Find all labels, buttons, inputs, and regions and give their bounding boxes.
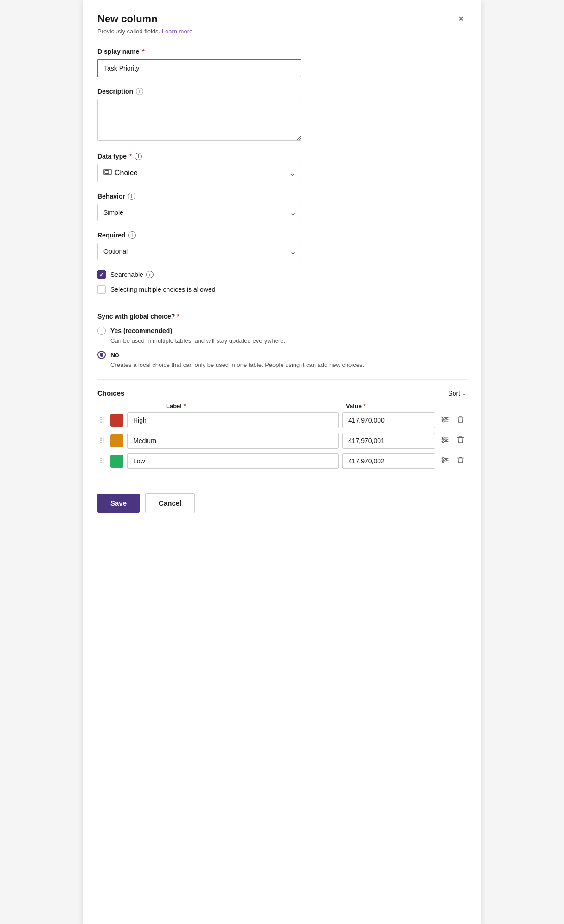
choice-value-input-high[interactable] (342, 412, 435, 428)
svg-point-5 (442, 437, 444, 439)
behavior-info-icon: i (128, 192, 135, 200)
svg-point-8 (442, 458, 444, 460)
description-input[interactable] (97, 99, 301, 141)
data-type-select[interactable]: Choice (97, 164, 301, 182)
panel-title: New column (97, 13, 158, 25)
display-name-section: Display name * (97, 48, 467, 77)
data-type-section: Data type * i Choice (97, 153, 467, 182)
multiple-choices-label: Selecting multiple choices is allowed (110, 286, 215, 293)
choice-label-input-medium[interactable] (127, 433, 339, 449)
panel-subtitle: Previously called fields. Learn more (97, 28, 467, 35)
svg-point-3 (445, 419, 447, 421)
sync-yes-radio[interactable] (97, 327, 106, 335)
searchable-info-icon: i (146, 271, 154, 278)
choice-row-high: ⠿ (97, 412, 467, 428)
sync-yes-option: Yes (recommended) Can be used in multipl… (97, 327, 467, 345)
required-label: Required i (97, 231, 467, 239)
behavior-select[interactable]: Simple Calculated Rollup (97, 204, 301, 221)
tune-button-medium[interactable] (439, 434, 451, 448)
sort-button[interactable]: Sort ⌄ (448, 390, 467, 397)
sync-no-desc: Creates a local choice that can only be … (110, 361, 467, 369)
display-name-required: * (142, 48, 144, 55)
searchable-row: Searchable i (97, 270, 467, 279)
sync-no-label: No (110, 351, 119, 359)
drag-handle-low[interactable]: ⠿ (97, 457, 107, 466)
drag-handle-high[interactable]: ⠿ (97, 416, 107, 425)
drag-handle-medium[interactable]: ⠿ (97, 436, 107, 445)
choice-row-low: ⠿ (97, 453, 467, 469)
data-type-value: Choice (115, 169, 138, 177)
delete-button-medium[interactable] (455, 434, 467, 448)
description-section: Description i (97, 88, 467, 142)
color-swatch-high[interactable] (110, 414, 123, 427)
choices-header: Choices Sort ⌄ (97, 389, 467, 397)
required-select[interactable]: Optional Required (97, 243, 301, 260)
divider-1 (97, 303, 467, 303)
choice-value-input-medium[interactable] (342, 433, 435, 449)
color-swatch-low[interactable] (110, 455, 123, 468)
data-type-label: Data type * i (97, 153, 467, 160)
delete-button-high[interactable] (455, 413, 467, 427)
svg-rect-1 (105, 171, 109, 174)
choices-list: ⠿ (97, 412, 467, 469)
sync-yes-desc: Can be used in multiple tables, and will… (110, 337, 467, 345)
required-select-wrapper: Optional Required (97, 243, 301, 260)
sync-section: Sync with global choice? * Yes (recommen… (97, 313, 467, 369)
sort-label: Sort (448, 390, 460, 397)
data-type-info-icon: i (135, 153, 142, 160)
sort-chevron-icon: ⌄ (462, 390, 467, 397)
footer-buttons: Save Cancel (97, 486, 467, 513)
data-type-chevron (289, 169, 295, 178)
sync-label: Sync with global choice? * (97, 313, 467, 320)
display-name-input[interactable] (97, 59, 301, 77)
panel-header: New column × (97, 13, 467, 25)
learn-more-link[interactable]: Learn more (162, 28, 192, 35)
choice-label-input-low[interactable] (127, 453, 339, 469)
col-label-header: Label * (166, 403, 342, 410)
choice-label-input-high[interactable] (127, 412, 339, 428)
save-button[interactable]: Save (97, 494, 140, 513)
tune-button-low[interactable] (439, 454, 451, 468)
searchable-checkbox[interactable] (97, 270, 106, 279)
sync-no-option: No Creates a local choice that can only … (97, 351, 467, 369)
choice-value-input-low[interactable] (342, 453, 435, 469)
svg-point-6 (445, 439, 447, 441)
data-type-required: * (129, 153, 132, 160)
delete-button-low[interactable] (455, 454, 467, 468)
searchable-label: Searchable i (110, 271, 154, 278)
multiple-choices-checkbox[interactable] (97, 285, 106, 294)
description-info-icon: i (136, 88, 143, 95)
choices-col-headers: Label * Value * (97, 403, 467, 412)
value-required: * (364, 403, 366, 410)
sync-required: * (177, 313, 179, 320)
divider-2 (97, 379, 467, 380)
display-name-label: Display name * (97, 48, 467, 55)
svg-point-9 (445, 460, 447, 462)
svg-point-2 (442, 417, 444, 419)
multiple-choices-row: Selecting multiple choices is allowed (97, 285, 467, 294)
cancel-button[interactable]: Cancel (145, 493, 195, 513)
close-button[interactable]: × (455, 13, 467, 24)
behavior-section: Behavior i Simple Calculated Rollup (97, 192, 467, 221)
label-required: * (184, 403, 186, 410)
choice-row-medium: ⠿ (97, 433, 467, 449)
description-label: Description i (97, 88, 467, 95)
svg-point-4 (442, 420, 444, 422)
sync-yes-label: Yes (recommended) (110, 327, 172, 334)
svg-point-10 (442, 461, 444, 463)
tune-button-high[interactable] (439, 413, 451, 427)
behavior-label: Behavior i (97, 192, 467, 200)
new-column-panel: New column × Previously called fields. L… (83, 0, 481, 924)
col-value-header: Value * (346, 403, 439, 410)
svg-point-7 (442, 441, 444, 443)
behavior-select-wrapper: Simple Calculated Rollup (97, 204, 301, 221)
color-swatch-medium[interactable] (110, 434, 123, 447)
sync-no-radio[interactable] (97, 351, 106, 359)
required-info-icon: i (128, 231, 136, 239)
required-section: Required i Optional Required (97, 231, 467, 260)
choices-title: Choices (97, 389, 124, 397)
choice-type-icon (103, 169, 112, 177)
